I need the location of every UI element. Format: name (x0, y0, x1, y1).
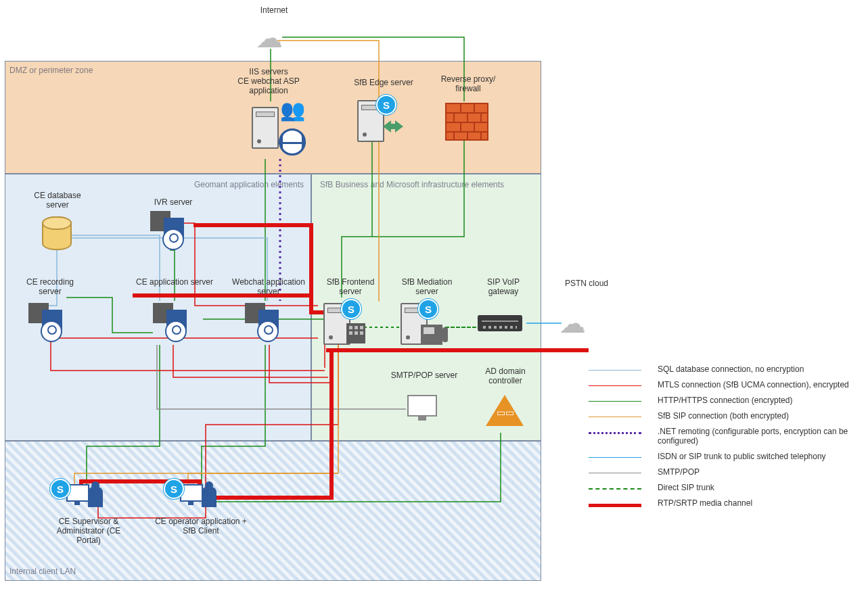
legend-line-isdn (589, 457, 641, 458)
skype-icon: S (418, 299, 438, 319)
skype-icon: S (341, 299, 361, 319)
legend-row-mtls: MTLS connection (SfB UCMA connection), e… (589, 380, 859, 389)
legend-text-sql: SQL database connection, no encryption (658, 364, 859, 374)
ce-supervisor-label: CE Supervisor & Administrator (CE Portal… (45, 517, 133, 545)
ad-triangle-icon: ▭▭ (486, 395, 524, 426)
legend-line-mtls (589, 385, 641, 386)
legend-row-sql: SQL database connection, no encryption (589, 364, 859, 374)
legend-line-rtp (589, 504, 641, 507)
legend-row-rtp: RTP/SRTP media channel (589, 498, 859, 508)
ce-database-label: CE database server (27, 191, 88, 210)
zone-dmz-label: DMZ or perimeter zone (9, 66, 93, 75)
legend-row-net: .NET remoting (configurable ports, encry… (589, 427, 859, 446)
legend-line-sql (589, 370, 641, 371)
workstation-icon (180, 480, 216, 510)
app-role-icon (245, 303, 285, 338)
legend-line-http (589, 401, 641, 402)
legend-line-smtp (589, 473, 641, 473)
ivr-label: IVR server (146, 197, 200, 207)
legend-row-dsip: Direct SIP trunk (589, 483, 859, 492)
skype-icon: S (50, 479, 70, 499)
app-role-icon (153, 303, 193, 338)
pstn-label: PSTN cloud (556, 279, 617, 288)
legend-text-http: HTTP/HTTPS connection (encrypted) (658, 396, 859, 405)
legend-line-sip (589, 417, 641, 417)
firewall-icon (445, 103, 488, 141)
legend-text-mtls: MTLS connection (SfB UCMA connection), e… (658, 380, 859, 389)
double-arrow-icon (382, 120, 405, 133)
ce-operator-label: CE operator application + SfB Client (150, 517, 252, 536)
zone-client-lan: Internal client LAN (5, 441, 541, 581)
users-icon: 👥 (280, 100, 305, 120)
ce-app-label: CE application server (134, 277, 215, 287)
iis-label: IIS servers CE webchat ASP application (225, 67, 313, 95)
skype-icon: S (376, 95, 396, 115)
zone-client-lan-label: Internal client LAN (9, 567, 76, 576)
monitor-icon (407, 395, 437, 417)
skype-icon: S (164, 479, 184, 499)
zone-sfb-label: SfB Business and Microsoft infrastructur… (320, 180, 504, 189)
legend-text-dsip: Direct SIP trunk (658, 483, 859, 492)
ad-controller-label: AD domain controller (475, 366, 536, 385)
ce-recording-label: CE recording server (16, 277, 84, 296)
internet-label: Internet (249, 5, 299, 15)
legend-line-net (589, 432, 641, 434)
sfb-mediation-label: SfB Mediation server (390, 277, 464, 296)
webchat-label: Webchat application server (225, 277, 313, 296)
legend-text-rtp: RTP/SRTP media channel (658, 498, 859, 508)
phone-icon (421, 325, 442, 345)
smtp-label: SMTP/POP server (387, 371, 461, 380)
legend-text-isdn: ISDN or SIP trunk to public switched tel… (658, 452, 859, 461)
legend-row-sip: SfB SIP connection (both encrypted) (589, 411, 859, 421)
diagram-canvas: DMZ or perimeter zone Geomant applicatio… (0, 0, 868, 593)
workstation-icon (66, 480, 103, 510)
legend-row-isdn: ISDN or SIP trunk to public switched tel… (589, 452, 859, 461)
building-icon (346, 323, 365, 343)
server-icon (252, 107, 279, 149)
legend: SQL database connection, no encryption M… (589, 358, 859, 514)
legend-row-smtp: SMTP/POP (589, 467, 859, 477)
sfb-frontend-label: SfB Frontend server (317, 277, 384, 296)
cloud-icon: ☁ (256, 24, 283, 51)
reverse-proxy-label: Reverse proxy/ firewall (434, 74, 502, 93)
sip-gateway-label: SIP VoIP gateway (476, 277, 530, 296)
legend-row-http: HTTP/HTTPS connection (encrypted) (589, 396, 859, 405)
cloud-icon: ☁ (559, 310, 586, 337)
legend-text-net: .NET remoting (configurable ports, encry… (658, 427, 859, 446)
zone-geomant-label: Geomant application elements (194, 180, 304, 189)
legend-text-sip: SfB SIP connection (both encrypted) (658, 411, 859, 421)
app-role-icon (150, 211, 191, 246)
legend-text-smtp: SMTP/POP (658, 467, 859, 477)
app-role-icon (28, 303, 69, 338)
sfb-edge-label: SfB Edge server (346, 78, 421, 87)
legend-line-dsip (589, 488, 641, 490)
gateway-icon (478, 315, 522, 331)
globe-icon (279, 128, 306, 156)
database-icon (42, 216, 72, 250)
